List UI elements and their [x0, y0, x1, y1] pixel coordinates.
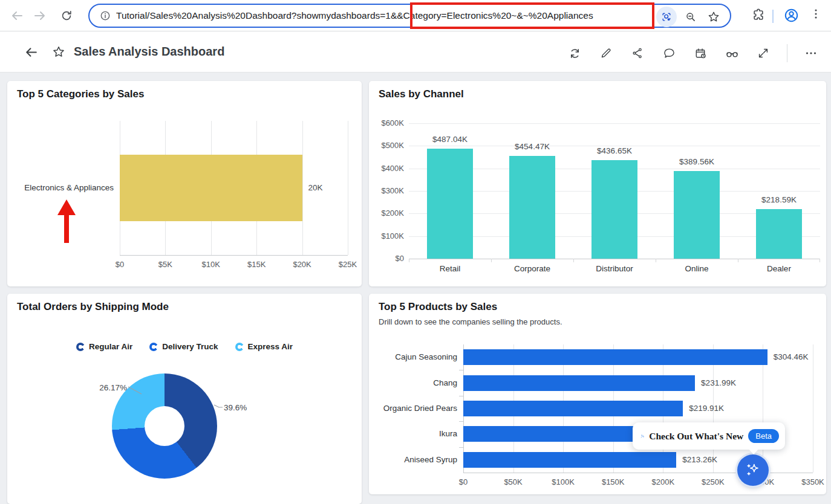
value-label: $487.04K — [409, 135, 491, 144]
grid-line — [348, 121, 348, 255]
value-label: $436.65K — [573, 146, 656, 155]
top-categories-card: Top 5 Categories by Sales $0$5K$10K$15K$… — [7, 81, 362, 286]
dashboard-back-button[interactable] — [21, 42, 41, 62]
browser-toolbar: Tutorial/Sales%20Analysis%20Dashboard?sh… — [0, 0, 831, 31]
bookmark-button[interactable] — [703, 7, 724, 27]
profile-button[interactable] — [783, 7, 800, 24]
browser-menu-button[interactable] — [809, 7, 823, 21]
shipping-mode-card: Total Orders by Shipping Mode Regular Ai… — [7, 294, 362, 504]
sales-by-channel-chart: $0$100K$200K$300K$400K$500K$600K$487.04K… — [369, 81, 826, 286]
comment-button[interactable] — [661, 45, 677, 61]
bar[interactable] — [427, 149, 473, 259]
bar[interactable] — [463, 452, 676, 468]
value-label: $213.26K — [682, 452, 717, 468]
axis-tick-label: $50K — [489, 477, 538, 486]
axis-tick-label: $0 — [96, 260, 144, 269]
edit-pencil-icon — [599, 47, 613, 60]
favorite-button[interactable] — [48, 42, 69, 62]
lens-icon — [660, 11, 673, 23]
axis-tick-label: $10K — [187, 260, 235, 269]
axis-tick-label: $25K — [324, 260, 372, 269]
legend-item[interactable]: Express Air — [235, 342, 293, 351]
bar[interactable] — [756, 209, 802, 259]
fullscreen-expand-icon — [757, 47, 770, 60]
schedule-button[interactable] — [692, 45, 708, 61]
category-label: Ikura — [373, 426, 457, 442]
share-button[interactable] — [630, 45, 645, 61]
profile-avatar-icon — [783, 7, 800, 24]
kebab-menu-icon — [809, 7, 823, 21]
whats-new-label: Check Out What's New — [649, 431, 743, 442]
legend-item[interactable]: Delivery Truck — [149, 342, 218, 351]
bar[interactable] — [463, 375, 695, 391]
lens-search-button[interactable] — [656, 7, 677, 27]
more-options-button[interactable] — [803, 45, 819, 61]
axis-tick-label: $150K — [589, 477, 637, 486]
bookmark-star-icon — [707, 10, 720, 24]
axis-tick — [738, 259, 738, 262]
legend-label: Regular Air — [89, 342, 132, 351]
value-label: $218.59K — [738, 195, 820, 204]
slice-percentage-label: 26.17% — [79, 383, 127, 392]
category-label: Dealer — [738, 264, 820, 273]
bar[interactable] — [463, 401, 683, 416]
bar[interactable] — [509, 156, 555, 259]
value-label: $389.56K — [656, 157, 738, 166]
toolbar-divider — [787, 44, 787, 62]
bar[interactable] — [591, 160, 637, 259]
zoom-out-icon — [685, 11, 697, 23]
legend-item[interactable]: Regular Air — [76, 342, 132, 351]
axis-tick-label: $0 — [369, 254, 404, 263]
shipping-mode-donut-chart: Regular AirDelivery TruckExpress Air26.1… — [7, 294, 362, 504]
back-button[interactable] — [8, 7, 25, 24]
refresh-icon — [568, 47, 582, 60]
value-label: $304.46K — [774, 349, 809, 365]
legend-label: Delivery Truck — [162, 342, 218, 351]
url-bar[interactable]: Tutorial/Sales%20Analysis%20Dashboard?sh… — [88, 4, 731, 28]
back-arrow-icon — [10, 8, 24, 23]
axis-tick-label: $300K — [369, 186, 404, 195]
comment-bubble-icon — [662, 47, 676, 60]
value-label: $219.91K — [689, 401, 724, 416]
reload-icon — [60, 9, 73, 22]
axis-tick-label: $350K — [789, 477, 831, 486]
x-axis-line — [120, 255, 348, 256]
zoom-button[interactable] — [680, 7, 701, 27]
share-icon — [631, 47, 644, 60]
whats-new-popup[interactable]: Check Out What's New Beta — [633, 422, 785, 450]
dashboard-header: Sales Analysis Dashboard — [0, 31, 831, 73]
preview-button[interactable] — [724, 45, 740, 61]
value-label: $231.99K — [701, 375, 736, 391]
category-label: Chang — [373, 375, 457, 391]
fullscreen-button[interactable] — [755, 45, 771, 61]
axis-tick-label: $200K — [369, 208, 404, 218]
category-label: Distributor — [573, 264, 656, 273]
ellipsis-icon — [804, 46, 818, 60]
refresh-button[interactable] — [567, 45, 582, 61]
grid-line — [409, 123, 820, 124]
axis-tick — [459, 396, 463, 396]
axis-tick-label: $15K — [232, 260, 281, 269]
donut-hole — [145, 406, 184, 446]
popup-tail — [748, 448, 759, 460]
toolbar-divider — [772, 10, 774, 23]
value-label: 20K — [308, 155, 323, 221]
axis-tick-label: $100K — [539, 477, 587, 486]
forward-button[interactable] — [31, 7, 48, 24]
bar[interactable] — [674, 171, 720, 259]
reload-button[interactable] — [58, 7, 75, 24]
url-text[interactable]: Tutorial/Sales%20Analysis%20Dashboard?sh… — [116, 5, 593, 27]
red-annotation-arrow-icon — [54, 198, 79, 245]
star-outline-icon — [51, 45, 66, 59]
extensions-button[interactable] — [751, 7, 766, 22]
legend-marker-icon — [235, 343, 244, 351]
grid-line — [302, 121, 303, 255]
bar[interactable] — [120, 155, 302, 221]
value-label: $454.47K — [491, 142, 573, 151]
beta-badge: Beta — [748, 429, 779, 443]
page-info-icon — [99, 10, 111, 22]
edit-button[interactable] — [598, 45, 614, 61]
bar[interactable] — [463, 349, 767, 365]
dashboard-toolbar — [567, 44, 819, 62]
axis-tick — [459, 370, 463, 370]
